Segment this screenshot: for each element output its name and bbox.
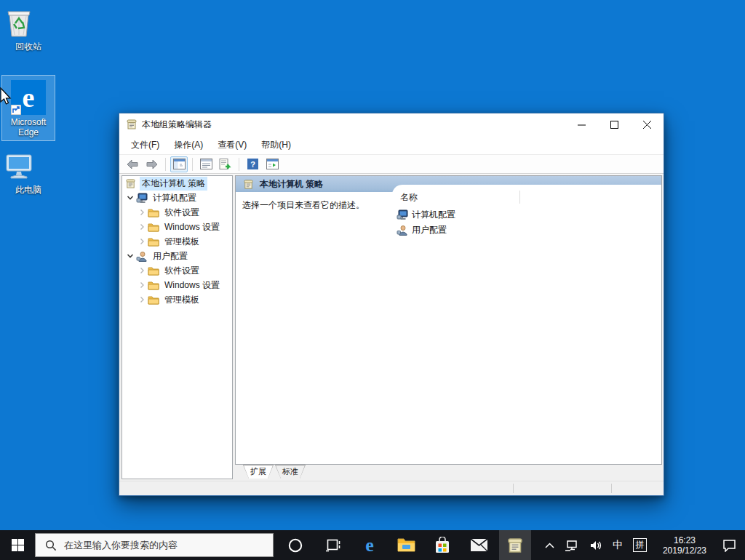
search-icon	[45, 540, 57, 551]
back-button[interactable]	[124, 156, 141, 172]
tab-extended[interactable]: 扩展	[243, 465, 274, 479]
tree-item-windows-settings[interactable]: Windows 设置	[122, 220, 232, 234]
start-button[interactable]	[0, 530, 35, 560]
folder-icon	[148, 295, 159, 305]
edge-label: Microsoft Edge	[2, 117, 55, 137]
menu-bar: 文件(F) 操作(A) 查看(V) 帮助(H)	[119, 135, 664, 154]
volume-tray-button[interactable]	[584, 530, 607, 560]
store-button[interactable]	[426, 530, 458, 560]
policy-scroll-icon	[125, 178, 137, 189]
task-view-icon	[325, 538, 341, 553]
tree-item-label: Windows 设置	[162, 220, 222, 234]
svg-text:?: ?	[250, 160, 255, 169]
chevron-right-icon[interactable]	[138, 281, 146, 289]
title-bar[interactable]: 本地组策略编辑器	[119, 113, 664, 135]
tree-item-label: 用户配置	[151, 249, 190, 263]
desktop-icon-this-pc[interactable]: 此电脑	[2, 149, 55, 195]
action-center-icon	[722, 539, 736, 552]
clock[interactable]: 16:23 2019/12/23	[652, 530, 717, 560]
console-tree-pane[interactable]: 本地计算机 策略 计算机配置	[121, 175, 233, 479]
tree-item-software-settings[interactable]: 软件设置	[122, 263, 232, 278]
tree-item-computer-config[interactable]: 计算机配置	[122, 191, 232, 205]
taskbar-edge-button[interactable]: e	[354, 530, 386, 560]
recycle-bin-icon	[2, 6, 55, 39]
chevron-right-icon[interactable]	[138, 266, 146, 275]
recycle-bin-label: 回收站	[2, 41, 55, 52]
chevron-right-icon[interactable]	[138, 295, 146, 304]
gpedit-scroll-icon	[126, 119, 138, 130]
column-header-name[interactable]: 名称	[392, 191, 520, 204]
tab-standard[interactable]: 标准	[275, 465, 306, 479]
edge-icon: e	[360, 536, 379, 555]
chevron-right-icon[interactable]	[138, 223, 146, 231]
edge-icon: e	[11, 80, 46, 115]
properties-button[interactable]	[197, 156, 215, 172]
console-content: 本地计算机 策略 计算机配置	[119, 175, 664, 481]
cortana-button[interactable]	[279, 530, 311, 560]
ime-mode-button[interactable]: 拼	[628, 530, 652, 560]
tray-date: 2019/12/23	[663, 545, 706, 556]
speaker-icon	[589, 540, 602, 551]
chevron-right-icon[interactable]	[138, 208, 146, 217]
show-console-tree-button[interactable]	[170, 156, 188, 172]
chevron-right-icon[interactable]	[138, 237, 146, 246]
tree-item-software-settings[interactable]: 软件设置	[122, 205, 232, 220]
items-list-panel[interactable]: 名称 计算机配置	[392, 185, 661, 464]
tray-time: 16:23	[663, 535, 706, 545]
search-placeholder: 在这里输入你要搜索的内容	[64, 539, 178, 552]
minimize-button[interactable]	[565, 113, 598, 135]
policy-scroll-icon	[243, 179, 254, 190]
menu-help[interactable]: 帮助(H)	[254, 136, 298, 154]
cortana-icon	[287, 537, 303, 553]
computer-config-icon	[397, 209, 408, 220]
ime-language-button[interactable]: 中	[607, 530, 628, 560]
tree-item-user-config[interactable]: 用户配置	[122, 249, 232, 263]
list-item-label: 用户配置	[412, 224, 447, 236]
window-title: 本地组策略编辑器	[142, 119, 212, 131]
file-explorer-button[interactable]	[390, 530, 422, 560]
tree-item-label: 软件设置	[162, 264, 202, 278]
chevron-down-icon[interactable]	[126, 252, 135, 260]
file-explorer-icon	[397, 537, 415, 553]
results-header-title: 本地计算机 策略	[260, 178, 323, 191]
list-item-user-config[interactable]: 用户配置	[397, 223, 447, 236]
desktop-icon-recycle-bin[interactable]: 回收站	[2, 6, 55, 52]
folder-icon	[148, 222, 159, 232]
user-config-icon	[136, 251, 148, 262]
action-center-button[interactable]	[717, 530, 745, 560]
chevron-up-icon	[545, 543, 554, 548]
tree-root[interactable]: 本地计算机 策略	[122, 176, 232, 191]
forward-button[interactable]	[143, 156, 161, 172]
desktop-icon-edge[interactable]: e Microsoft Edge	[2, 76, 55, 140]
menu-view[interactable]: 查看(V)	[210, 136, 254, 154]
tree-item-admin-templates[interactable]: 管理模板	[122, 292, 232, 307]
svg-text:e: e	[365, 536, 374, 555]
chevron-down-icon[interactable]	[126, 193, 135, 202]
store-icon	[434, 537, 450, 554]
show-action-pane-button[interactable]	[263, 156, 281, 172]
task-view-button[interactable]	[317, 530, 349, 560]
list-item-label: 计算机配置	[412, 209, 455, 221]
help-button[interactable]: ?	[244, 156, 261, 172]
windows-logo-icon	[12, 539, 24, 551]
folder-icon	[148, 265, 159, 276]
mail-icon	[470, 538, 488, 552]
tree-item-admin-templates[interactable]: 管理模板	[122, 234, 232, 249]
taskbar-search-box[interactable]: 在这里输入你要搜索的内容	[35, 533, 274, 557]
gpedit-window: 本地组策略编辑器 文件(F) 操作(A) 查看(V) 帮助(H)	[119, 113, 664, 496]
menu-action[interactable]: 操作(A)	[167, 136, 210, 154]
shortcut-arrow-icon	[11, 105, 21, 115]
mail-button[interactable]	[463, 530, 495, 560]
list-item-computer-config[interactable]: 计算机配置	[397, 208, 455, 221]
network-tray-button[interactable]	[559, 530, 584, 560]
this-pc-icon	[2, 149, 55, 183]
menu-file[interactable]: 文件(F)	[124, 136, 167, 154]
close-button[interactable]	[631, 113, 664, 135]
tree-item-windows-settings[interactable]: Windows 设置	[122, 278, 232, 292]
svg-text:e: e	[23, 82, 35, 113]
tree-item-label: Windows 设置	[162, 279, 222, 292]
export-list-button[interactable]	[217, 156, 234, 172]
taskbar-gpedit-button[interactable]	[499, 530, 531, 560]
maximize-button[interactable]	[598, 113, 631, 135]
tray-expand-button[interactable]	[540, 530, 559, 560]
